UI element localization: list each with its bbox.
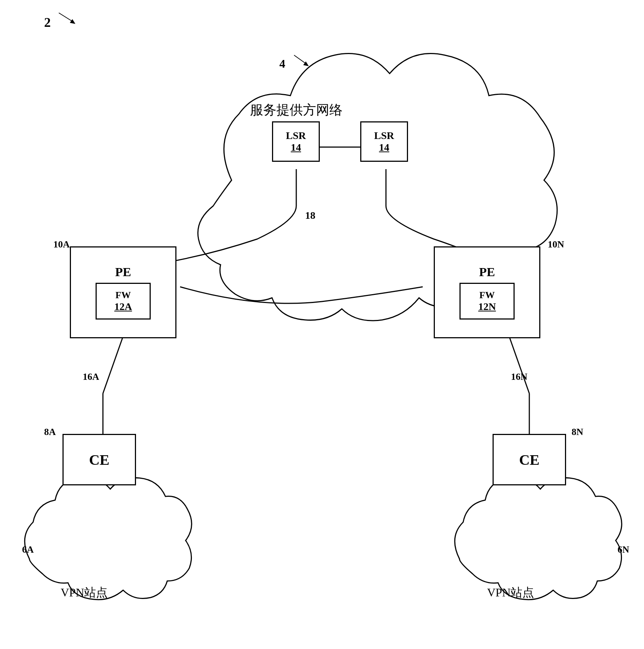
lsr-right-box: LSR 14 (360, 121, 408, 162)
ce-right-box: CE (493, 434, 566, 485)
link-16a-label: 16A (83, 371, 99, 382)
fw-left-label: FW (115, 290, 131, 301)
ce-right-label: CE (519, 451, 540, 468)
ce-left-id: 8A (44, 427, 56, 438)
vpn-left-cloud (25, 477, 192, 600)
cloud-id-label: 4 (279, 57, 285, 71)
fw-right-num: 12N (478, 301, 496, 313)
pe-left-box: PE FW 12A (70, 246, 176, 338)
pe-left-to-ce-left (103, 331, 125, 393)
ce-right-id: 8N (572, 427, 583, 438)
fw-left-box: FW 12A (96, 283, 151, 320)
pe-right-to-ce-right (507, 331, 529, 393)
diagram-arrow (57, 11, 79, 26)
diagram-number: 2 (44, 15, 51, 30)
fw-right-label: FW (479, 290, 495, 301)
ce-left-label: CE (89, 451, 110, 468)
connection-18-label: 18 (305, 210, 315, 221)
vpn-right-cloud (455, 477, 622, 600)
cloud-id-arrow (292, 53, 314, 68)
ce-left-box: CE (62, 434, 136, 485)
pe-left-id: 10A (53, 239, 70, 250)
vpn-left-label: VPN站点 (61, 585, 108, 601)
vpn-left-id: 6A (22, 544, 34, 555)
link-16n-label: 16N (511, 371, 527, 382)
pe-right-id: 10N (548, 239, 564, 250)
cloud-main-label: 服务提供方网络 (250, 101, 343, 119)
lsr-right-num: 14 (379, 142, 389, 153)
lsr-left-box: LSR 14 (272, 121, 320, 162)
pe-right-label: PE (479, 265, 495, 279)
lsr-right-label: LSR (374, 130, 394, 142)
vpn-right-label: VPN站点 (487, 585, 534, 601)
vpn-right-id: 6N (618, 544, 629, 555)
pe-right-box: PE FW 12N (434, 246, 540, 338)
fw-left-num: 12A (114, 301, 132, 313)
svg-marker-1 (70, 19, 75, 24)
pe-left-label: PE (115, 265, 131, 279)
diagram: 2 4 服务提供方网络 LSR 14 LSR 14 18 PE FW 12A 1… (0, 0, 644, 649)
lsr-left-num: 14 (291, 142, 301, 153)
pe-pe-connection (180, 287, 423, 303)
fw-right-box: FW 12N (459, 283, 515, 320)
lsr-left-label: LSR (286, 130, 306, 142)
